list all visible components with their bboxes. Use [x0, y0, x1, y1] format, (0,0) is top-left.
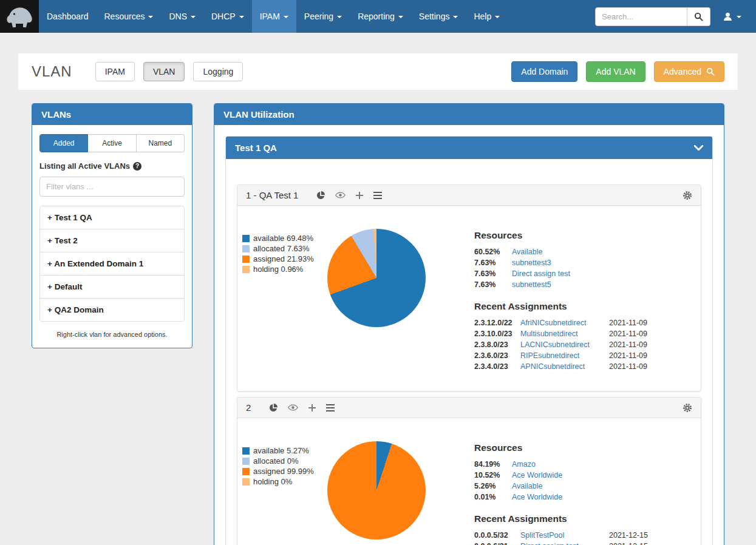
- assignment-link[interactable]: Direct assign test: [520, 542, 609, 545]
- list-icon[interactable]: [326, 404, 335, 411]
- caret-down-icon: [737, 16, 741, 18]
- view-logging-button[interactable]: Logging: [193, 62, 243, 81]
- global-search: [595, 7, 710, 26]
- resource-row: 5.26%Available: [474, 482, 656, 490]
- tab-active[interactable]: Active: [88, 134, 136, 152]
- gear-icon[interactable]: [683, 191, 692, 200]
- legend-label: holding 0.96%: [253, 265, 303, 274]
- main-nav: Dashboard Resources DNS DHCP IPAM Peerin…: [39, 0, 508, 33]
- nav-ipam[interactable]: IPAM: [252, 0, 296, 33]
- resource-link[interactable]: Amazo: [512, 460, 536, 469]
- legend-swatch: [242, 266, 250, 273]
- eye-icon[interactable]: [288, 404, 298, 411]
- nav-label: IPAM: [260, 12, 280, 21]
- legend-label: allocated 0%: [253, 456, 298, 465]
- resource-link[interactable]: Available: [512, 248, 543, 256]
- pie-chart-icon[interactable]: [316, 191, 325, 200]
- assignment-row: 2.3.6.0/23RIPEsubnetdirect2021-11-09: [474, 351, 656, 360]
- legend-label: available 5.27%: [253, 446, 309, 455]
- listing-label-row: Listing all Active VLANs ?: [39, 161, 185, 171]
- legend-swatch: [242, 447, 250, 455]
- assignment-row: 0.0.0.5/32SplitTestPool2021-12-15: [474, 531, 656, 540]
- provision-logo[interactable]: [0, 0, 39, 33]
- assignment-row: 2.3.12.0/22AfriNICsubnetdirect2021-11-09: [474, 319, 656, 327]
- legend-label: assigned 21.93%: [253, 254, 314, 263]
- nav-dhcp[interactable]: DHCP: [203, 0, 252, 33]
- resource-link[interactable]: Available: [512, 482, 543, 490]
- nav-settings[interactable]: Settings: [411, 0, 466, 33]
- nav-reporting[interactable]: Reporting: [350, 0, 411, 33]
- assignment-link[interactable]: SplitTestPool: [520, 531, 609, 540]
- elephant-logo-icon: [5, 4, 33, 29]
- legend-item: assigned 99.99%: [242, 467, 327, 476]
- assignment-row: 2.3.8.0/23LACNICsubnetdirect2021-11-09: [474, 340, 656, 349]
- nav-label: Dashboard: [47, 12, 89, 21]
- add-domain-button[interactable]: Add Domain: [511, 61, 577, 82]
- assignment-link[interactable]: APNICsubnetdirect: [520, 362, 609, 371]
- list-icon[interactable]: [373, 192, 382, 199]
- legend-label: available 69.48%: [253, 234, 313, 243]
- navbar-right: [595, 0, 756, 33]
- vlan-list-item[interactable]: + Test 1 QA: [40, 206, 184, 229]
- assignment-link[interactable]: LACNICsubnetdirect: [520, 340, 609, 349]
- nav-dashboard[interactable]: Dashboard: [39, 0, 97, 33]
- pie-chart-icon[interactable]: [269, 404, 278, 412]
- view-vlan-button[interactable]: VLAN: [143, 62, 185, 81]
- legend-swatch: [242, 478, 250, 486]
- legend-label: allocated 7.63%: [253, 244, 310, 253]
- assignment-cidr: 2.3.4.0/23: [474, 362, 520, 371]
- gear-icon[interactable]: [683, 403, 692, 413]
- resource-link[interactable]: subnettest3: [512, 259, 551, 267]
- assignment-date: 2021-11-09: [609, 330, 656, 338]
- resource-percent: 5.26%: [474, 482, 512, 490]
- caret-down-icon: [148, 16, 153, 18]
- resource-link[interactable]: Ace Worldwide: [512, 493, 562, 501]
- vlan-card: 2: [237, 397, 701, 545]
- assignment-date: 2021-11-09: [609, 319, 656, 327]
- nav-label: DHCP: [211, 12, 236, 21]
- listing-label: Listing all Active VLANs: [39, 161, 130, 171]
- resource-row: 60.52%Available: [474, 248, 656, 256]
- tab-added[interactable]: Added: [39, 134, 88, 152]
- utilization-pie-chart[interactable]: [327, 229, 426, 327]
- domain-panel-header[interactable]: Test 1 QA: [226, 137, 712, 159]
- resource-link[interactable]: subnettest5: [512, 280, 551, 289]
- legend-item: holding 0%: [242, 477, 327, 486]
- assignment-link[interactable]: Multisubnetdirect: [520, 330, 609, 338]
- vlan-list: + Test 1 QA + Test 2 + An Extended Domai…: [39, 206, 185, 322]
- plus-icon[interactable]: [356, 192, 363, 199]
- vlan-card-body: available 69.48% allocated 7.63% assigne…: [237, 206, 701, 391]
- nav-dns[interactable]: DNS: [161, 0, 203, 33]
- caret-down-icon: [239, 16, 244, 18]
- chevron-down-icon[interactable]: [694, 145, 703, 151]
- eye-icon[interactable]: [335, 192, 346, 198]
- vlan-list-item[interactable]: + QA2 Domain: [40, 299, 184, 321]
- assignment-date: 2021-11-09: [609, 362, 656, 371]
- help-icon[interactable]: ?: [133, 162, 141, 171]
- tab-named[interactable]: Named: [137, 134, 185, 152]
- vlan-filter-input[interactable]: [39, 177, 185, 197]
- user-menu[interactable]: [710, 12, 751, 22]
- legend-swatch: [242, 458, 250, 465]
- add-vlan-button[interactable]: Add VLAN: [586, 61, 645, 82]
- vlan-list-item[interactable]: + Default: [40, 276, 184, 299]
- page-title: VLAN: [32, 63, 72, 80]
- search-input[interactable]: [595, 7, 687, 26]
- legend-swatch: [242, 245, 250, 252]
- vlan-list-item[interactable]: + An Extended Domain 1: [40, 252, 184, 276]
- assignment-link[interactable]: AfriNICsubnetdirect: [520, 319, 609, 327]
- resource-row: 7.63%Direct assign test: [474, 269, 656, 278]
- plus-icon[interactable]: [308, 404, 316, 411]
- vlan-list-item[interactable]: + Test 2: [40, 229, 184, 252]
- view-ipam-button[interactable]: IPAM: [95, 62, 135, 81]
- resource-link[interactable]: Direct assign test: [512, 269, 570, 278]
- assignment-link[interactable]: RIPEsubnetdirect: [520, 351, 609, 360]
- nav-help[interactable]: Help: [466, 0, 508, 33]
- advanced-button[interactable]: Advanced: [654, 61, 724, 82]
- nav-peering[interactable]: Peering: [296, 0, 350, 33]
- nav-resources[interactable]: Resources: [97, 0, 162, 33]
- resource-link[interactable]: Ace Worldwide: [512, 471, 562, 479]
- search-button[interactable]: [687, 7, 710, 26]
- caret-down-icon: [191, 16, 196, 18]
- utilization-pie-chart[interactable]: [327, 441, 426, 540]
